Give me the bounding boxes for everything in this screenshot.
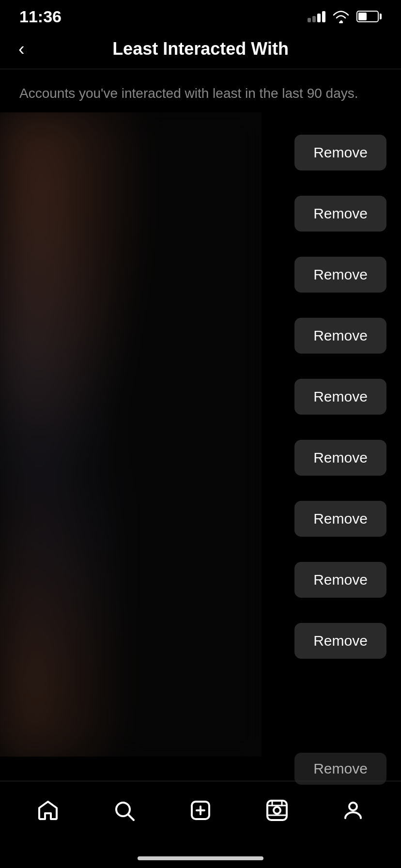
nav-header: ‹ Least Interacted With bbox=[0, 29, 401, 69]
list-item: Remove bbox=[271, 549, 386, 610]
reels-icon bbox=[264, 798, 290, 823]
battery-icon bbox=[356, 11, 382, 22]
wifi-icon bbox=[332, 10, 350, 23]
remove-button-9[interactable]: Remove bbox=[294, 623, 386, 659]
tab-search[interactable] bbox=[86, 793, 163, 828]
list-item: Remove bbox=[271, 122, 386, 183]
search-icon bbox=[111, 798, 137, 823]
remove-button-4[interactable]: Remove bbox=[294, 318, 386, 354]
partial-row: Remove bbox=[0, 757, 401, 781]
status-icons bbox=[308, 10, 382, 23]
list-item: Remove bbox=[271, 488, 386, 549]
remove-button-8[interactable]: Remove bbox=[294, 562, 386, 598]
status-bar: 11:36 bbox=[0, 0, 401, 29]
tab-profile[interactable] bbox=[315, 793, 391, 828]
list-item: Remove bbox=[271, 610, 386, 671]
remove-button-7[interactable]: Remove bbox=[294, 501, 386, 537]
svg-point-12 bbox=[349, 803, 357, 810]
list-item: Remove bbox=[271, 366, 386, 427]
list-item: Remove bbox=[271, 427, 386, 488]
blur-content bbox=[0, 112, 262, 757]
remove-button-6[interactable]: Remove bbox=[294, 440, 386, 476]
back-button[interactable]: ‹ bbox=[15, 36, 29, 62]
status-time: 11:36 bbox=[19, 7, 62, 26]
tab-bar bbox=[0, 781, 401, 849]
remove-button-5[interactable]: Remove bbox=[294, 379, 386, 415]
tab-home[interactable] bbox=[10, 793, 86, 828]
profile-icon bbox=[340, 798, 366, 823]
content-area: Remove Remove Remove Remove Remove Remov… bbox=[0, 112, 401, 757]
list-item: Remove bbox=[271, 183, 386, 244]
signal-icon bbox=[308, 11, 325, 22]
remove-buttons-panel: Remove Remove Remove Remove Remove Remov… bbox=[262, 112, 401, 757]
subtitle-text: Accounts you've interacted with least in… bbox=[0, 69, 401, 112]
svg-rect-6 bbox=[267, 801, 287, 820]
home-indicator bbox=[0, 849, 401, 868]
home-icon bbox=[35, 798, 61, 823]
home-bar bbox=[138, 856, 263, 860]
remove-button-10[interactable]: Remove bbox=[294, 753, 386, 785]
tab-reels[interactable] bbox=[239, 793, 315, 828]
accounts-panel bbox=[0, 112, 262, 757]
svg-line-2 bbox=[128, 815, 134, 820]
page-title: Least Interacted With bbox=[112, 39, 289, 59]
remove-button-2[interactable]: Remove bbox=[294, 196, 386, 232]
list-item: Remove bbox=[271, 305, 386, 366]
create-icon bbox=[188, 798, 213, 823]
tab-create[interactable] bbox=[162, 793, 239, 828]
remove-button-1[interactable]: Remove bbox=[294, 135, 386, 170]
remove-button-3[interactable]: Remove bbox=[294, 257, 386, 293]
list-item: Remove bbox=[271, 244, 386, 305]
svg-point-7 bbox=[274, 807, 280, 814]
